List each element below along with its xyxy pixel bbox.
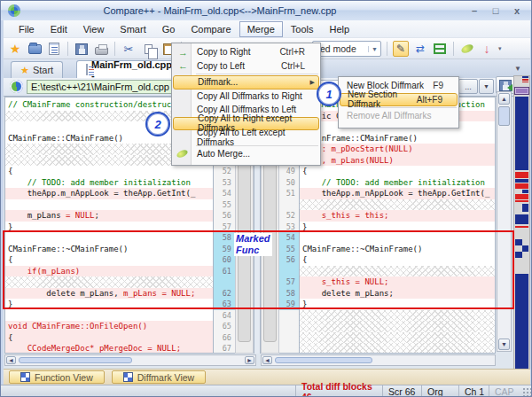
diff-map-segment (515, 172, 528, 178)
status-caps-indicator: CAP (489, 385, 520, 397)
code-row (5, 199, 213, 211)
menu-smart[interactable]: Smart (112, 21, 153, 37)
scroll-left-button[interactable]: ◄ (262, 356, 272, 364)
tab-function-view[interactable]: Function View (9, 370, 105, 384)
line-number: 52 (279, 210, 299, 222)
close-button[interactable]: x (510, 5, 524, 16)
line-number: 49 (279, 166, 299, 177)
path-dropdown-button[interactable]: ▼ (479, 79, 494, 94)
menu-shortcut: Ctrl+L (281, 61, 314, 71)
swap-sides-icon[interactable]: ⇄ (412, 41, 428, 57)
scroll-left-button[interactable]: ◄ (6, 356, 16, 364)
diffmark-submenu-popup: New Block DiffmarkF9New Section Diffmark… (338, 76, 459, 128)
status-bar: Total diff blocks 46 Scr 66 Org Ch 1 CAP (1, 385, 532, 397)
scrollbar-thumb[interactable] (498, 106, 510, 126)
menu-item-new-section-diffmark[interactable]: New Section DiffmarkAlt+F9 (340, 93, 458, 107)
arrow-right-icon: → (176, 47, 190, 58)
cut-icon[interactable]: ✂ (121, 41, 137, 57)
status-channel: Ch 1 (458, 385, 489, 397)
menu-item-copy-to-right[interactable]: →Copy to RightCtrl+R (173, 45, 319, 59)
resize-grip[interactable] (522, 387, 531, 396)
menu-tools[interactable]: Tools (283, 21, 322, 37)
code-text: CCodeMergeDoc* pMergeDoc = NULL; (8, 344, 181, 353)
code-row: CMainFrame::CMainFrame() (300, 133, 495, 144)
favorites-star-icon[interactable]: ★ (7, 41, 23, 57)
scrollbar-thumb[interactable] (275, 357, 372, 363)
line-number: 51 (279, 188, 299, 199)
scrollbar-thumb[interactable] (19, 357, 132, 363)
chevron-down-icon[interactable]: ▼ (368, 46, 380, 52)
scroll-up-button[interactable]: ▲ (498, 93, 510, 105)
app-icon (8, 4, 20, 17)
menu-help[interactable]: Help (322, 21, 358, 37)
diff-map-segment (522, 190, 529, 193)
menu-item-remove-all-diffmarks[interactable]: Remove All Diffmarks (340, 109, 458, 123)
auto-merge-icon[interactable] (459, 41, 475, 57)
scroll-down-button[interactable]: ▼ (498, 339, 510, 350)
menu-merge[interactable]: Merge (239, 21, 283, 37)
diff-map-segment (522, 82, 529, 82)
line-number (279, 321, 299, 332)
scroll-right-button[interactable]: ► (245, 356, 254, 364)
menu-go[interactable]: Go (154, 21, 184, 37)
bottom-tabbar: Function View Diffmark View (4, 369, 530, 385)
tab-overflow-icon[interactable]: ▼ (514, 65, 521, 73)
minimize-button[interactable]: – (467, 5, 481, 16)
line-number (279, 343, 299, 354)
copy-icon[interactable] (140, 41, 156, 57)
edit-pencil-icon[interactable]: ✎ (393, 41, 409, 57)
function-view-label: Function View (35, 372, 93, 383)
maximize-button[interactable]: □ (489, 5, 503, 16)
right-horizontal-scrollbar[interactable]: ◄ (261, 354, 496, 366)
browse-more-button[interactable]: ... (458, 79, 478, 94)
open-folder-icon[interactable] (27, 41, 43, 57)
menu-view[interactable]: View (75, 21, 113, 37)
line-number: 67 (214, 343, 235, 354)
toolbar-overflow-icon[interactable]: ▾ (498, 45, 502, 52)
editor-vertical-scrollbar[interactable]: ▲ ▼ (497, 91, 512, 352)
submenu-arrow-icon: ▶ (310, 79, 315, 86)
arrow-left-icon: ← (176, 60, 190, 71)
diff-map-segment (515, 200, 528, 202)
code-row (300, 332, 495, 344)
save-icon[interactable] (74, 41, 90, 57)
tab-start[interactable]: ★ Start (11, 61, 63, 78)
tab-diffmark-view[interactable]: Diffmark View (112, 370, 206, 384)
diff-map-position-slider[interactable] (514, 87, 529, 95)
merge-menu-popup: →Copy to RightCtrl+R←Copy to LeftCtrl+LD… (171, 43, 321, 166)
menu-edit[interactable]: Edit (43, 21, 75, 37)
diff-map-segment (522, 204, 529, 212)
file-list-icon[interactable] (46, 41, 62, 57)
code-row: m_pLans = NULL; (5, 210, 213, 222)
code-row (300, 199, 495, 211)
menu-shortcut: Ctrl+R (279, 47, 314, 57)
diff-overview-map[interactable] (513, 75, 530, 371)
code-row: theApp.m_nAppLook = theApp.GetInt(_ (5, 188, 213, 199)
left-horizontal-scrollbar[interactable]: ◄ ► (4, 354, 256, 366)
horizontal-layout-icon[interactable] (432, 41, 448, 57)
code-text: void CMainFrame::OnFileOpen() (8, 322, 147, 331)
menu-file[interactable]: File (11, 21, 43, 37)
view-mode-select[interactable]: ted mode ▼ (312, 41, 381, 57)
tab-start-label: Start (33, 65, 53, 75)
diff-map-segment (515, 252, 522, 258)
code-text: // TODO: add member initialization (302, 178, 485, 187)
right-code-pane[interactable]: // CMainFrame construction/destructionst… (299, 97, 496, 354)
grid-icon (20, 372, 30, 382)
menu-item-auto-merge[interactable]: Auto Merge... (173, 147, 319, 161)
menu-compare[interactable]: Compare (183, 21, 239, 37)
code-row: : m_pDocStart(NULL) (300, 144, 495, 155)
menu-item-copy-all-to-left-except-diffmarks[interactable]: Copy All to Left except Diffmarks (173, 130, 319, 144)
print-icon[interactable] (93, 41, 109, 57)
refresh-compare-icon[interactable] (10, 80, 23, 93)
menu-item-copy-to-left[interactable]: ←Copy to LeftCtrl+L (173, 59, 319, 74)
menu-item-copy-all-diffmarks-to-right[interactable]: Copy All Diffmarks to Right (173, 90, 319, 104)
code-text: // CMainFrame construction/destruction (8, 100, 191, 109)
window-title: Compare++ - MainFrm_old.cpp<-->MainFrm_n… (26, 5, 467, 16)
code-text: // TODO: add member initialization (8, 178, 191, 187)
next-diff-icon[interactable]: ↓ (479, 41, 495, 57)
diff-map-segment (515, 183, 528, 189)
line-number: 52 (214, 166, 235, 177)
menu-item-diffmark[interactable]: Diffmark...▶ (173, 75, 319, 90)
code-row: { (5, 332, 213, 344)
